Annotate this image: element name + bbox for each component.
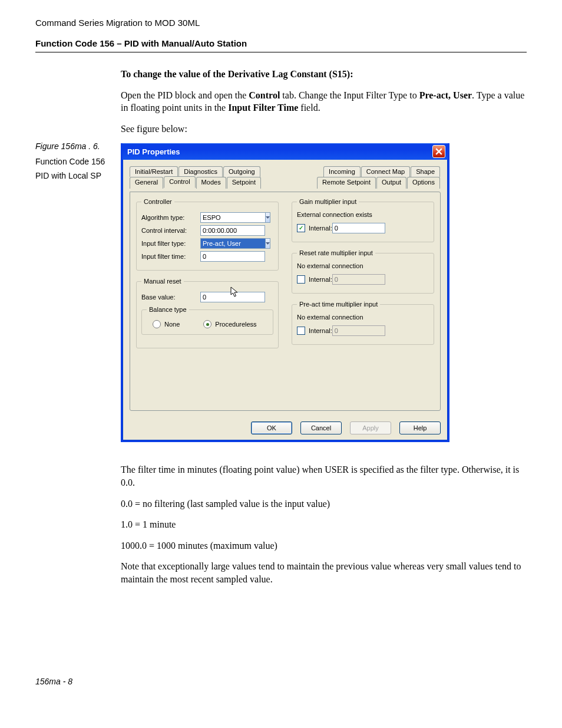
- tab-incoming[interactable]: Incoming: [323, 166, 361, 177]
- gain-internal-label: Internal:: [309, 225, 332, 232]
- figure-caption: Figure 156ma . 6.: [35, 141, 115, 151]
- algorithm-type-label: Algorithm type:: [141, 214, 200, 221]
- sidebar-line-1: Function Code 156: [35, 157, 115, 166]
- input-filter-type-combo[interactable]: [200, 238, 265, 249]
- see-figure-text: See figure below:: [121, 123, 527, 136]
- titlebar[interactable]: PID Properties: [123, 143, 448, 160]
- checkbox-icon: [297, 327, 305, 335]
- reset-internal-checkbox[interactable]: Internal:: [297, 275, 332, 284]
- reset-rate-group: Reset rate multiplier input No external …: [292, 249, 434, 294]
- checkbox-icon: [297, 275, 305, 284]
- text: Input Filter Time: [228, 103, 298, 113]
- radio-procedureless[interactable]: Procedureless: [203, 320, 256, 328]
- preact-time-legend: Pre-act time multiplier input: [297, 301, 380, 308]
- algorithm-type-input[interactable]: [200, 212, 265, 223]
- tab-connect-map[interactable]: Connect Map: [361, 166, 410, 177]
- tab-output[interactable]: Output: [376, 177, 406, 189]
- chevron-down-icon[interactable]: [265, 212, 270, 223]
- text: Pre-act, User: [419, 90, 472, 100]
- gain-multiplier-group: Gain multiplier input External connectio…: [292, 198, 434, 242]
- manual-reset-legend: Manual reset: [141, 278, 184, 285]
- body-paragraph-2: 0.0 = no filtering (last sampled value i…: [121, 498, 527, 510]
- tab-panel: Controller Algorithm type: Control inter…: [130, 192, 441, 411]
- text: Open the PID block and open the: [121, 90, 249, 100]
- tab-strip: Initial/Restart Diagnostics Outgoing Inc…: [130, 166, 441, 188]
- tab-shape[interactable]: Shape: [411, 166, 440, 177]
- tab-remote-setpoint[interactable]: Remote Setpoint: [317, 177, 376, 189]
- gain-internal-checkbox[interactable]: Internal:: [297, 224, 332, 232]
- tab-modes[interactable]: Modes: [196, 177, 226, 189]
- radio-icon: [153, 320, 161, 328]
- radio-procedureless-label: Procedureless: [215, 321, 256, 328]
- base-value-label: Base value:: [141, 294, 200, 301]
- tab-outgoing[interactable]: Outgoing: [223, 166, 260, 177]
- gain-internal-input[interactable]: [332, 223, 385, 233]
- controller-legend: Controller: [141, 198, 174, 205]
- doc-header: Command Series Migration to MOD 30ML: [35, 18, 527, 28]
- body-paragraph-4: 1000.0 = 1000 minutes (maximum value): [121, 539, 527, 552]
- gain-status: External connection exists: [297, 211, 429, 218]
- instruction-heading: To change the value of the Derivative La…: [121, 68, 527, 81]
- input-filter-type-label: Input filter type:: [141, 240, 200, 247]
- page-footer: 156ma - 8: [35, 677, 527, 686]
- header-rule: [35, 52, 527, 52]
- pid-properties-dialog: PID Properties Initial/Restart Diagnosti…: [121, 143, 449, 442]
- dialog-title: PID Properties: [127, 147, 432, 156]
- preact-status: No external connection: [297, 314, 429, 321]
- tab-setpoint[interactable]: Setpoint: [227, 177, 261, 189]
- reset-internal-input: [332, 274, 385, 285]
- text: field.: [298, 103, 320, 113]
- algorithm-type-combo[interactable]: [200, 212, 265, 223]
- preact-internal-input: [332, 325, 385, 336]
- instruction-paragraph: Open the PID block and open the Control …: [121, 89, 527, 114]
- tab-options[interactable]: Options: [407, 177, 440, 189]
- tab-diagnostics[interactable]: Diagnostics: [178, 166, 223, 177]
- figure-sidebar: Figure 156ma . 6. Function Code 156 PID …: [35, 68, 121, 185]
- ok-button[interactable]: OK: [251, 421, 292, 434]
- help-button[interactable]: Help: [399, 421, 441, 434]
- text: Control: [249, 90, 280, 100]
- chevron-down-icon[interactable]: [265, 238, 270, 249]
- balance-type-group: Balance type None Procedureless: [141, 306, 273, 335]
- balance-type-legend: Balance type: [147, 306, 189, 313]
- checkbox-icon: [297, 224, 305, 232]
- radio-none[interactable]: None: [153, 320, 180, 328]
- input-filter-time-input[interactable]: [200, 251, 265, 262]
- doc-section: Function Code 156 – PID with Manual/Auto…: [35, 38, 527, 48]
- close-button[interactable]: [432, 145, 445, 158]
- close-icon: [435, 148, 442, 155]
- reset-internal-label: Internal:: [309, 276, 332, 283]
- controller-group: Controller Algorithm type: Control inter…: [136, 198, 279, 271]
- tab-general[interactable]: General: [130, 177, 163, 189]
- tab-initial-restart[interactable]: Initial/Restart: [130, 166, 178, 177]
- body-paragraph-3: 1.0 = 1 minute: [121, 518, 527, 531]
- reset-rate-legend: Reset rate multiplier input: [297, 249, 375, 256]
- preact-internal-checkbox[interactable]: Internal:: [297, 327, 332, 335]
- input-filter-type-input[interactable]: [200, 238, 265, 249]
- sidebar-line-2: PID with Local SP: [35, 171, 115, 180]
- input-filter-time-label: Input filter time:: [141, 253, 200, 260]
- gain-multiplier-legend: Gain multiplier input: [297, 198, 359, 205]
- reset-status: No external connection: [297, 262, 429, 269]
- radio-icon: [203, 320, 211, 328]
- base-value-input[interactable]: [200, 292, 265, 302]
- cancel-button[interactable]: Cancel: [300, 421, 342, 434]
- dialog-button-row: OK Cancel Apply Help: [123, 418, 448, 440]
- control-interval-label: Control interval:: [141, 227, 200, 234]
- radio-none-label: None: [164, 321, 180, 328]
- main-content: To change the value of the Derivative La…: [121, 68, 527, 594]
- manual-reset-group: Manual reset Base value: Balance type: [136, 278, 279, 348]
- body-paragraph-5: Note that exceptionally large values ten…: [121, 560, 527, 585]
- preact-internal-label: Internal:: [309, 327, 332, 334]
- body-paragraph-1: The filter time in minutes (floating poi…: [121, 463, 527, 489]
- control-interval-input[interactable]: [200, 225, 265, 236]
- tab-control[interactable]: Control: [164, 176, 195, 188]
- text: tab. Change the Input Filter Type to: [280, 90, 419, 100]
- preact-time-group: Pre-act time multiplier input No externa…: [292, 301, 434, 345]
- apply-button: Apply: [350, 421, 391, 434]
